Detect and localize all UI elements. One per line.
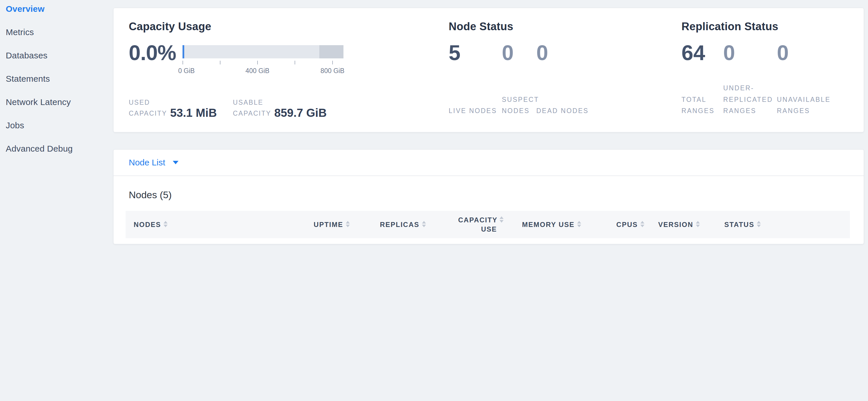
column-header-nodes[interactable]: NODES [126,211,281,238]
nodes-table-header: NODES UPTIME REPLICAS [126,211,850,238]
node-list-dropdown[interactable]: Node List [114,150,864,176]
under-replicated-ranges-value: 0 [723,42,777,63]
under-replicated-ranges-stat: 0 UNDER-REPLICATED RANGES [723,42,777,116]
node-status-section: Node Status 5 LIVE NODES 0 SUSPECT NODES… [449,21,681,119]
suspect-nodes-stat: 0 SUSPECT NODES [502,42,536,116]
capacity-chart-row: 0.0% 0 GiB 400 GiB 800 GiB [129,42,449,63]
used-capacity-label: USED CAPACITY [129,97,164,119]
nodes-table: NODES UPTIME REPLICAS [126,211,850,238]
node-list-card: Node List Nodes (5) NODES [113,149,864,244]
replication-status-section: Replication Status 64 TOTAL RANGES 0 UND… [681,21,848,119]
usable-capacity-label: USABLE CAPACITY [233,97,268,119]
main-content: Capacity Usage 0.0% 0 GiB [113,0,868,401]
sidebar-item-network-latency[interactable]: Network Latency [6,98,113,107]
axis-tick-label: 400 GiB [245,67,269,75]
nodes-count-heading: Nodes (5) [129,189,851,200]
column-header-capacity-use[interactable]: CAPACITY USE [426,211,503,238]
chevron-down-icon[interactable] [173,161,179,164]
dead-nodes-label: DEAD NODES [536,105,593,116]
sidebar-nav-list: Overview Metrics Databases Statements Ne… [6,5,113,153]
used-capacity-value: 53.1 MiB [170,107,217,119]
sort-icon[interactable] [757,221,761,227]
axis-tick [183,61,183,64]
axis-tick [257,61,258,64]
live-nodes-label: LIVE NODES [449,105,502,116]
capacity-values-row: USED CAPACITY 53.1 MiB USABLE CAPACITY 8… [129,97,449,119]
column-header-replicas[interactable]: REPLICAS [350,211,426,238]
capacity-usage-title: Capacity Usage [129,21,449,33]
column-header-status[interactable]: STATUS [711,211,850,238]
live-nodes-value: 5 [449,42,502,63]
sidebar-item-advanced-debug[interactable]: Advanced Debug [6,144,113,153]
unavailable-ranges-label: UNAVAILABLE RANGES [777,94,848,116]
sidebar-item-overview[interactable]: Overview [6,5,113,13]
column-header-uptime[interactable]: UPTIME [281,211,350,238]
sort-icon[interactable] [346,221,350,227]
column-header-cpus[interactable]: CPUS [581,211,644,238]
sort-icon[interactable] [696,221,700,227]
sidebar: Overview Metrics Databases Statements Ne… [0,0,113,401]
capacity-bar-used-segment [183,45,184,58]
node-list-dropdown-label[interactable]: Node List [129,157,165,167]
sort-icon[interactable] [499,216,503,223]
usable-capacity-value: 859.7 GiB [274,107,327,119]
sidebar-item-jobs[interactable]: Jobs [6,121,113,130]
under-replicated-ranges-label: UNDER-REPLICATED RANGES [723,83,777,116]
sidebar-item-statements[interactable]: Statements [6,75,113,83]
axis-tick [220,61,220,64]
replication-stats: 64 TOTAL RANGES 0 UNDER-REPLICATED RANGE… [681,42,848,116]
axis-tick [294,61,295,64]
capacity-percent-value: 0.0% [129,42,176,63]
unavailable-ranges-stat: 0 UNAVAILABLE RANGES [777,42,848,116]
suspect-nodes-label: SUSPECT NODES [502,94,536,116]
sort-icon[interactable] [577,221,581,227]
axis-tick [332,61,333,64]
total-ranges-value: 64 [681,42,723,63]
sort-icon[interactable] [640,221,644,227]
node-status-stats: 5 LIVE NODES 0 SUSPECT NODES 0 DEAD NODE… [449,42,681,116]
live-nodes-stat: 5 LIVE NODES [449,42,502,116]
capacity-bar-chart: 0 GiB 400 GiB 800 GiB [183,45,343,58]
node-list-body: Nodes (5) NODES [114,176,864,244]
sort-icon[interactable] [163,221,167,227]
dead-nodes-value: 0 [536,42,593,63]
dead-nodes-stat: 0 DEAD NODES [536,42,593,116]
replication-status-title: Replication Status [681,21,848,33]
cluster-summary-card: Capacity Usage 0.0% 0 GiB [113,8,864,132]
total-ranges-stat: 64 TOTAL RANGES [681,42,723,116]
sidebar-item-databases[interactable]: Databases [6,51,113,60]
column-header-memory-use[interactable]: MEMORY USE [503,211,581,238]
page: Overview Metrics Databases Statements Ne… [0,0,868,401]
sort-icon[interactable] [422,221,426,227]
column-header-version[interactable]: VERSION [644,211,711,238]
axis-tick-label: 0 GiB [178,67,195,75]
sidebar-item-metrics[interactable]: Metrics [6,28,113,36]
axis-tick-label: 800 GiB [320,67,344,75]
capacity-bar [183,45,343,58]
suspect-nodes-value: 0 [502,42,536,63]
capacity-usage-section: Capacity Usage 0.0% 0 GiB [129,21,449,119]
total-ranges-label: TOTAL RANGES [681,94,723,116]
unavailable-ranges-value: 0 [777,42,848,63]
capacity-bar-dark-segment [319,45,343,58]
node-status-title: Node Status [449,21,681,33]
